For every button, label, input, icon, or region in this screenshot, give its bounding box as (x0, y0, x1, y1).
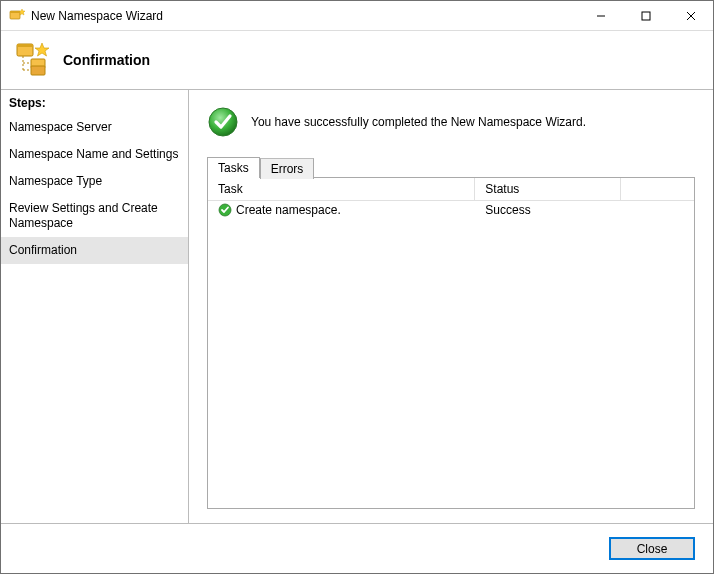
task-table-header: Task Status (208, 178, 694, 201)
column-header-task[interactable]: Task (208, 178, 475, 200)
window-title: New Namespace Wizard (31, 9, 578, 23)
column-header-spare (621, 178, 694, 200)
tab-tasks[interactable]: Tasks (207, 157, 260, 178)
wizard-header: Confirmation (1, 31, 713, 89)
svg-point-15 (209, 108, 237, 136)
wizard-title-icon (9, 8, 25, 24)
svg-rect-4 (642, 12, 650, 20)
task-row[interactable]: Create namespace.Success (208, 201, 694, 219)
step-item[interactable]: Namespace Server (1, 114, 188, 141)
tasks-tab-content: Task Status Create namespace.Success (207, 177, 695, 509)
step-item[interactable]: Namespace Type (1, 168, 188, 195)
status-cell: Success (475, 203, 621, 217)
column-header-status[interactable]: Status (475, 178, 621, 200)
steps-panel: Steps: Namespace ServerNamespace Name an… (1, 90, 189, 523)
tab-errors[interactable]: Errors (260, 158, 315, 179)
step-item-label: Confirmation (9, 243, 77, 257)
step-item[interactable]: Review Settings and Create Namespace (1, 195, 188, 237)
success-row: You have successfully completed the New … (207, 106, 695, 138)
success-message: You have successfully completed the New … (251, 115, 586, 129)
task-rows: Create namespace.Success (208, 201, 694, 508)
step-item-label: Review Settings and Create Namespace (9, 201, 158, 230)
wizard-header-icon (15, 42, 51, 78)
step-item[interactable]: Namespace Name and Settings (1, 141, 188, 168)
steps-heading: Steps: (1, 90, 188, 114)
tab-bar: TasksErrors (207, 156, 695, 177)
svg-rect-1 (10, 11, 20, 13)
svg-rect-14 (31, 66, 45, 75)
task-cell: Create namespace. (208, 203, 475, 217)
svg-marker-9 (35, 43, 49, 56)
window-controls (578, 1, 713, 30)
step-item[interactable]: Confirmation (1, 237, 188, 264)
maximize-button[interactable] (623, 1, 668, 30)
wizard-footer: Close (1, 523, 713, 573)
close-button[interactable]: Close (609, 537, 695, 560)
close-window-button[interactable] (668, 1, 713, 30)
task-label: Create namespace. (236, 203, 341, 217)
titlebar: New Namespace Wizard (1, 1, 713, 31)
step-item-label: Namespace Name and Settings (9, 147, 178, 161)
wizard-window: New Namespace Wizard (0, 0, 714, 574)
minimize-button[interactable] (578, 1, 623, 30)
svg-rect-8 (17, 44, 33, 47)
content-panel: You have successfully completed the New … (189, 90, 713, 523)
step-item-label: Namespace Type (9, 174, 102, 188)
wizard-body: Steps: Namespace ServerNamespace Name an… (1, 89, 713, 523)
wizard-step-title: Confirmation (63, 52, 150, 68)
step-item-label: Namespace Server (9, 120, 112, 134)
task-success-icon (218, 203, 232, 217)
success-check-icon (207, 106, 239, 138)
